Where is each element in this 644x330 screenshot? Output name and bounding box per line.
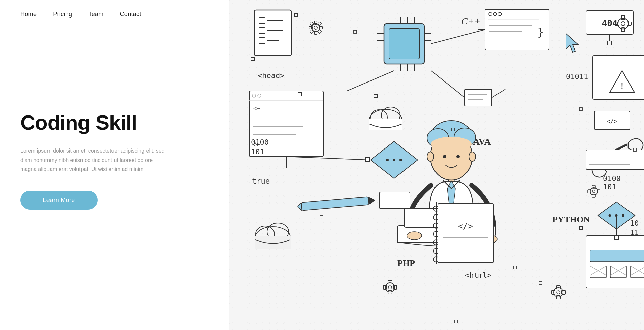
svg-point-84	[399, 159, 402, 161]
right-panel: C++ } 404	[229, 0, 644, 330]
svg-text:<—: <—	[253, 105, 260, 112]
svg-rect-153	[438, 204, 493, 263]
hero-description: Lorem ipsum dolor sit amet, consectetuer…	[20, 146, 168, 174]
svg-point-125	[622, 214, 624, 217]
nav-team[interactable]: Team	[88, 11, 103, 18]
binary-label-2: 0100	[251, 138, 269, 146]
svg-point-96	[443, 155, 446, 158]
svg-rect-22	[389, 29, 419, 59]
head-label: <head>	[258, 71, 284, 80]
nav-home[interactable]: Home	[20, 11, 37, 18]
page-title: Coding Skill	[20, 111, 209, 134]
learn-more-button[interactable]: Learn More	[20, 191, 98, 210]
svg-text:}: }	[537, 26, 544, 38]
binary-label-1: 01011	[566, 72, 588, 81]
svg-rect-131	[590, 250, 644, 262]
svg-rect-2	[254, 10, 291, 56]
svg-point-98	[427, 152, 434, 161]
nav-pricing[interactable]: Pricing	[53, 11, 72, 18]
svg-text:</>: </>	[458, 222, 473, 231]
true-label: true	[252, 177, 270, 185]
svg-point-82	[386, 159, 389, 161]
svg-point-99	[469, 152, 476, 161]
svg-point-103	[407, 232, 422, 240]
cpp-label: C++	[461, 16, 480, 26]
svg-text:101: 101	[251, 147, 264, 156]
svg-rect-87	[380, 192, 410, 209]
svg-text:101: 101	[603, 183, 616, 191]
python-label: PYTHON	[552, 214, 590, 224]
php-label: PHP	[397, 258, 415, 268]
svg-text:</>: </>	[607, 118, 618, 125]
nav-contact[interactable]: Contact	[120, 11, 141, 18]
svg-point-83	[393, 159, 395, 161]
coding-illustration: C++ } 404	[229, 0, 644, 330]
svg-text:0100: 0100	[603, 174, 621, 183]
svg-rect-187	[465, 89, 492, 106]
svg-text:10: 10	[630, 219, 639, 227]
svg-point-95	[431, 137, 472, 152]
svg-point-123	[609, 214, 611, 217]
svg-rect-173	[366, 158, 370, 162]
svg-point-97	[456, 155, 460, 158]
main-nav: Home Pricing Team Contact	[20, 0, 209, 18]
html-label: <html>	[465, 271, 491, 279]
hero-content: Coding Skill Lorem ipsum dolor sit amet,…	[20, 18, 209, 330]
left-panel: Home Pricing Team Contact Coding Skill L…	[0, 0, 229, 330]
svg-rect-64	[249, 91, 323, 157]
svg-text:!: !	[621, 80, 623, 91]
